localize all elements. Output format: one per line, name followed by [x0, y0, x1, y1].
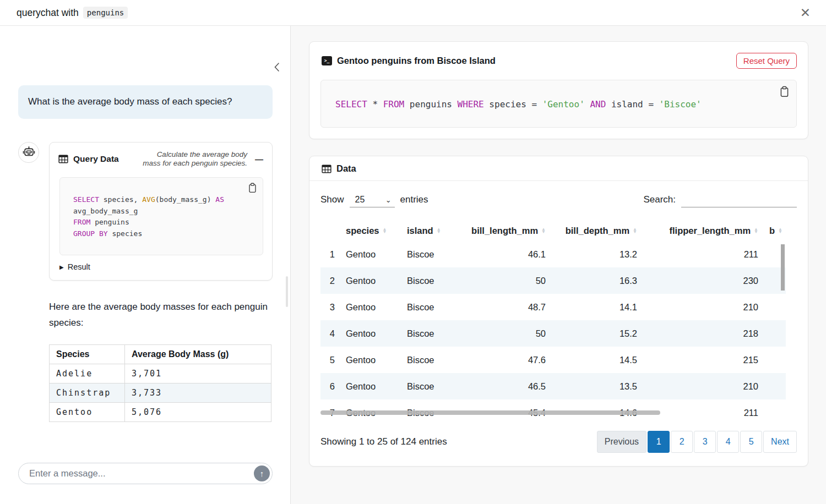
send-button[interactable]: ↑ — [254, 465, 270, 481]
sort-icon: ▲▼ — [754, 228, 758, 234]
column-header-island[interactable]: island▲▼ — [401, 222, 454, 241]
page-number-button-1[interactable]: 1 — [648, 431, 670, 453]
search-control: Search: — [643, 194, 797, 207]
triangle-right-icon: ▶ — [59, 264, 64, 270]
answer-table-header: Species — [50, 344, 125, 364]
query-sql-code: SELECT * FROM penguins WHERE species = '… — [335, 99, 782, 109]
sort-icon: ▲▼ — [437, 228, 441, 234]
query-sql-code-block: SELECT * FROM penguins WHERE species = '… — [320, 80, 797, 128]
pagination: Previous12345Next — [597, 431, 797, 453]
search-input[interactable] — [681, 195, 797, 207]
copy-icon[interactable] — [248, 183, 257, 193]
table-row: 1GentooBiscoe46.113.2211 — [320, 241, 786, 267]
tool-card-header: Query Data Calculate the average body ma… — [50, 143, 272, 172]
tool-card-title: Query Data — [73, 154, 119, 164]
assistant-message: Query Data Calculate the average body ma… — [18, 142, 273, 281]
querychat-app: querychat with penguins ✕ What is the av… — [0, 0, 826, 504]
column-header-species[interactable]: species▲▼ — [340, 222, 401, 241]
data-table-body: 1GentooBiscoe46.113.22112GentooBiscoe501… — [320, 241, 786, 417]
robot-icon — [23, 146, 35, 158]
answer-table-body: Adelie3,701Chinstrap3,733Gentoo5,076 — [50, 364, 271, 421]
tool-sql-code-block: SELECT species, AVG(body_mass_g) ASavg_b… — [59, 177, 263, 255]
composer: ↑ — [0, 463, 290, 504]
result-disclosure[interactable]: ▶ Result — [50, 255, 272, 280]
entries-label: entries — [400, 194, 428, 205]
page-number-button-5[interactable]: 5 — [740, 431, 762, 453]
tool-card-collapse-button[interactable]: — — [254, 154, 264, 165]
chat-sidebar: What is the average body mass of each sp… — [0, 26, 290, 504]
data-table-head-row: species▲▼island▲▼bill_length_mm▲▼bill_de… — [320, 222, 786, 241]
search-label: Search: — [643, 194, 676, 205]
app-title-text: querychat with — [17, 7, 79, 19]
column-header-bill_depth_mm[interactable]: bill_depth_mm▲▼ — [551, 222, 643, 241]
table-row: 4GentooBiscoe5015.2218 — [320, 320, 786, 347]
query-title: Gentoo penguins from Biscoe Island — [337, 56, 496, 66]
column-header-b[interactable]: b▲▼ — [764, 222, 786, 241]
chat-messages: What is the average body mass of each sp… — [0, 26, 290, 463]
copy-icon[interactable] — [779, 86, 790, 97]
body: What is the average body mass of each sp… — [0, 26, 826, 504]
answer-table-row: Chinstrap3,733 — [50, 383, 271, 402]
page-length-control: Show 25 ⌄ entries — [320, 194, 428, 207]
table-info: Showing 1 to 25 of 124 entries — [320, 436, 447, 447]
arrow-up-icon: ↑ — [260, 469, 264, 478]
bot-avatar — [18, 142, 39, 163]
table-footer: Showing 1 to 25 of 124 entries Previous1… — [320, 431, 797, 453]
show-label: Show — [320, 194, 344, 205]
sidebar-scrollbar[interactable] — [286, 276, 288, 307]
main-panel: >_ Gentoo penguins from Biscoe Island Re… — [290, 26, 826, 504]
tool-sql-code: SELECT species, AVG(body_mass_g) ASavg_b… — [73, 194, 254, 239]
data-card-header: Data — [309, 156, 808, 181]
data-card: Data Show 25 ⌄ entries Search: — [309, 156, 808, 467]
page-length-value: 25 — [355, 195, 365, 205]
table-controls: Show 25 ⌄ entries Search: — [320, 194, 797, 207]
table-row: 3GentooBiscoe48.714.1210 — [320, 294, 786, 320]
column-header-bill_length_mm[interactable]: bill_length_mm▲▼ — [454, 222, 551, 241]
table-horizontal-scrollbar[interactable] — [320, 410, 660, 415]
page-next-button[interactable]: Next — [763, 431, 797, 453]
answer-table: SpeciesAverage Body Mass (g) Adelie3,701… — [49, 344, 271, 422]
table-icon — [322, 164, 332, 174]
table-icon — [58, 154, 68, 164]
assistant-answer-text: Here are the average body masses for eac… — [49, 299, 271, 331]
sort-icon: ▲▼ — [383, 228, 387, 234]
reset-query-button[interactable]: Reset Query — [736, 53, 797, 69]
row-number-header — [320, 222, 340, 241]
app-title: querychat with penguins — [17, 7, 128, 19]
column-header-flipper_length_mm[interactable]: flipper_length_mm▲▼ — [643, 222, 764, 241]
answer-table-row: Gentoo5,076 — [50, 402, 271, 421]
chevron-down-icon: ⌄ — [385, 196, 392, 204]
page-previous-button[interactable]: Previous — [597, 431, 646, 453]
answer-table-row: Adelie3,701 — [50, 364, 271, 383]
close-icon[interactable]: ✕ — [797, 6, 814, 20]
page-number-button-4[interactable]: 4 — [717, 431, 739, 453]
query-card-header: >_ Gentoo penguins from Biscoe Island Re… — [309, 42, 808, 71]
table-row: 2GentooBiscoe5016.3230 — [320, 267, 786, 294]
data-table-viewport: species▲▼island▲▼bill_length_mm▲▼bill_de… — [320, 222, 786, 417]
answer-table-head-row: SpeciesAverage Body Mass (g) — [50, 344, 271, 364]
sort-icon: ▲▼ — [778, 228, 782, 234]
terminal-icon: >_ — [322, 56, 332, 65]
tool-title-group: Query Data — [58, 154, 119, 164]
table-row: 5GentooBiscoe47.614.5215 — [320, 347, 786, 373]
current-query-card: >_ Gentoo penguins from Biscoe Island Re… — [309, 41, 808, 139]
sort-icon: ▲▼ — [633, 228, 637, 234]
page-number-button-3[interactable]: 3 — [694, 431, 716, 453]
topbar: querychat with penguins ✕ — [0, 0, 826, 26]
answer-table-header: Average Body Mass (g) — [125, 344, 271, 364]
table-vertical-scrollbar[interactable] — [781, 244, 785, 291]
table-row: 6GentooBiscoe46.513.5210 — [320, 373, 786, 399]
data-table: species▲▼island▲▼bill_length_mm▲▼bill_de… — [320, 222, 786, 417]
user-message: What is the average body mass of each sp… — [18, 85, 273, 119]
tool-card-subtitle: Calculate the average body mass for each… — [137, 150, 247, 169]
sidebar-collapse-button[interactable] — [270, 60, 284, 74]
data-card-title: Data — [336, 163, 356, 174]
app-title-dataset: penguins — [83, 7, 128, 19]
result-label: Result — [68, 262, 90, 271]
page-number-button-2[interactable]: 2 — [671, 431, 693, 453]
chevron-left-icon — [271, 61, 282, 73]
sort-icon: ▲▼ — [541, 228, 546, 234]
tool-call-card: Query Data Calculate the average body ma… — [49, 142, 273, 281]
message-input[interactable] — [18, 463, 273, 484]
page-length-select[interactable]: 25 ⌄ — [350, 195, 395, 207]
